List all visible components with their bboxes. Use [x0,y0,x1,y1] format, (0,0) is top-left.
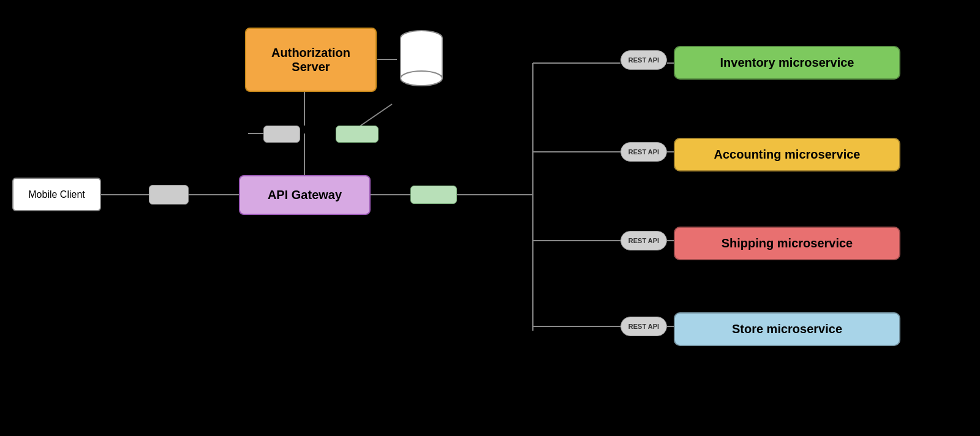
rest-api-badge-shipping: REST API [620,231,667,250]
accounting-microservice-label: Accounting microservice [714,148,861,162]
auth-server-label: AuthorizationServer [271,46,350,74]
rest-api-badge-accounting: REST API [620,142,667,162]
inventory-microservice-node: Inventory microservice [674,46,900,80]
svg-point-22 [401,71,442,86]
mobile-client-node: Mobile Client [12,178,101,211]
architecture-diagram: Mobile Client AuthorizationServer API Ga… [0,0,980,436]
api-gateway-node: API Gateway [239,175,371,215]
accounting-microservice-node: Accounting microservice [674,138,900,171]
mobile-client-label: Mobile Client [28,189,85,200]
shipping-microservice-label: Shipping microservice [722,236,853,250]
store-microservice-label: Store microservice [732,322,842,336]
connector-badge-1 [149,185,189,205]
api-gateway-label: API Gateway [268,188,342,202]
database-node [397,29,446,88]
rest-api-badge-store: REST API [620,317,667,336]
rest-api-label-store: REST API [628,323,659,330]
connector-badge-3 [336,126,379,143]
store-microservice-node: Store microservice [674,312,900,346]
auth-server-node: AuthorizationServer [245,28,377,92]
inventory-microservice-label: Inventory microservice [720,56,854,70]
connector-badge-2 [263,126,300,143]
rest-api-label-accounting: REST API [628,148,659,156]
rest-api-label-inventory: REST API [628,56,659,64]
database-icon [397,29,446,88]
shipping-microservice-node: Shipping microservice [674,227,900,260]
rest-api-label-shipping: REST API [628,237,659,244]
connector-badge-4 [410,186,457,204]
rest-api-badge-inventory: REST API [620,50,667,70]
